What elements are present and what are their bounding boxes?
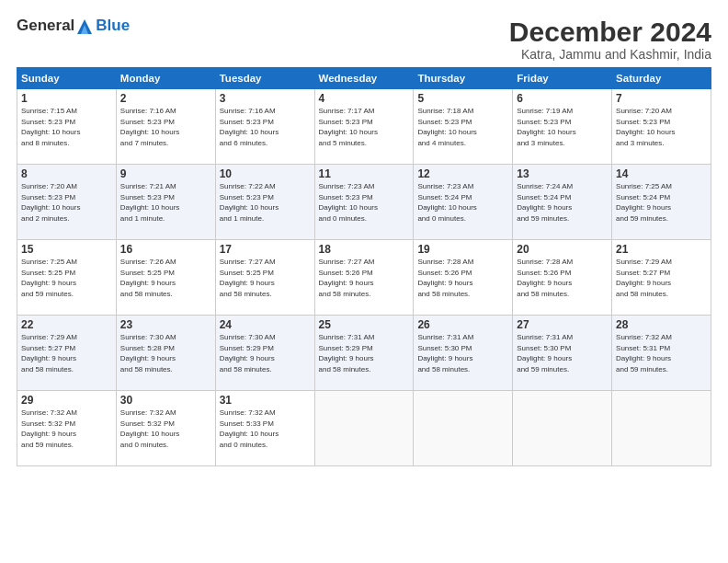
- table-row: 28Sunrise: 7:32 AMSunset: 5:31 PMDayligh…: [612, 316, 711, 391]
- table-row: 14Sunrise: 7:25 AMSunset: 5:24 PMDayligh…: [612, 165, 711, 240]
- table-row: 7Sunrise: 7:20 AMSunset: 5:23 PMDaylight…: [612, 89, 711, 165]
- table-row: 17Sunrise: 7:27 AMSunset: 5:25 PMDayligh…: [215, 240, 314, 316]
- day-number: 22: [21, 318, 112, 331]
- col-sunday: Sunday: [17, 68, 117, 89]
- table-row: 31Sunrise: 7:32 AMSunset: 5:33 PMDayligh…: [215, 391, 314, 466]
- day-number: 27: [517, 318, 608, 331]
- day-number: 24: [220, 318, 311, 331]
- day-info: Sunrise: 7:20 AMSunset: 5:23 PMDaylight:…: [616, 106, 707, 148]
- week-row-5: 29Sunrise: 7:32 AMSunset: 5:32 PMDayligh…: [17, 391, 711, 466]
- day-number: 23: [120, 318, 211, 331]
- col-tuesday: Tuesday: [215, 68, 314, 89]
- table-row: 26Sunrise: 7:31 AMSunset: 5:30 PMDayligh…: [414, 316, 513, 391]
- day-number: 18: [319, 243, 410, 256]
- week-row-3: 15Sunrise: 7:25 AMSunset: 5:25 PMDayligh…: [17, 240, 711, 316]
- day-number: 29: [21, 394, 112, 407]
- day-number: 20: [517, 243, 608, 256]
- day-info: Sunrise: 7:18 AMSunset: 5:23 PMDaylight:…: [417, 106, 508, 148]
- header: General Blue December 2024 Katra, Jammu …: [17, 17, 711, 62]
- week-row-1: 1Sunrise: 7:15 AMSunset: 5:23 PMDaylight…: [17, 89, 711, 165]
- day-info: Sunrise: 7:31 AMSunset: 5:30 PMDaylight:…: [517, 332, 608, 374]
- table-row: [513, 391, 612, 466]
- day-number: 4: [319, 92, 410, 105]
- col-thursday: Thursday: [414, 68, 513, 89]
- table-row: 8Sunrise: 7:20 AMSunset: 5:23 PMDaylight…: [17, 165, 117, 240]
- table-row: 22Sunrise: 7:29 AMSunset: 5:27 PMDayligh…: [17, 316, 117, 391]
- day-number: 10: [220, 167, 311, 180]
- table-row: 19Sunrise: 7:28 AMSunset: 5:26 PMDayligh…: [414, 240, 513, 316]
- table-row: 21Sunrise: 7:29 AMSunset: 5:27 PMDayligh…: [612, 240, 711, 316]
- logo: General Blue: [17, 17, 130, 36]
- day-info: Sunrise: 7:25 AMSunset: 5:24 PMDaylight:…: [616, 181, 707, 224]
- calendar-table: Sunday Monday Tuesday Wednesday Thursday…: [17, 67, 711, 466]
- table-row: 6Sunrise: 7:19 AMSunset: 5:23 PMDaylight…: [513, 89, 612, 165]
- table-row: 25Sunrise: 7:31 AMSunset: 5:29 PMDayligh…: [314, 316, 414, 391]
- table-row: 1Sunrise: 7:15 AMSunset: 5:23 PMDaylight…: [17, 89, 117, 165]
- table-row: 11Sunrise: 7:23 AMSunset: 5:23 PMDayligh…: [314, 165, 414, 240]
- day-info: Sunrise: 7:16 AMSunset: 5:23 PMDaylight:…: [220, 106, 311, 148]
- col-saturday: Saturday: [612, 68, 711, 89]
- header-row: Sunday Monday Tuesday Wednesday Thursday…: [17, 68, 711, 89]
- day-info: Sunrise: 7:30 AMSunset: 5:28 PMDaylight:…: [120, 332, 211, 374]
- day-number: 6: [517, 92, 608, 105]
- day-info: Sunrise: 7:23 AMSunset: 5:23 PMDaylight:…: [319, 181, 410, 224]
- day-info: Sunrise: 7:27 AMSunset: 5:26 PMDaylight:…: [319, 257, 410, 299]
- day-number: 1: [21, 92, 112, 105]
- day-number: 5: [417, 92, 508, 105]
- day-number: 21: [616, 243, 707, 256]
- day-number: 7: [616, 92, 707, 105]
- calendar-subtitle: Katra, Jammu and Kashmir, India: [509, 47, 711, 62]
- calendar-title: December 2024: [509, 17, 711, 47]
- table-row: 27Sunrise: 7:31 AMSunset: 5:30 PMDayligh…: [513, 316, 612, 391]
- day-info: Sunrise: 7:25 AMSunset: 5:25 PMDaylight:…: [21, 257, 112, 299]
- day-info: Sunrise: 7:32 AMSunset: 5:32 PMDaylight:…: [21, 408, 112, 450]
- table-row: 9Sunrise: 7:21 AMSunset: 5:23 PMDaylight…: [116, 165, 215, 240]
- day-info: Sunrise: 7:26 AMSunset: 5:25 PMDaylight:…: [120, 257, 211, 299]
- day-info: Sunrise: 7:32 AMSunset: 5:32 PMDaylight:…: [120, 408, 211, 450]
- table-row: [314, 391, 414, 466]
- day-number: 28: [616, 318, 707, 331]
- day-info: Sunrise: 7:29 AMSunset: 5:27 PMDaylight:…: [616, 257, 707, 299]
- day-info: Sunrise: 7:30 AMSunset: 5:29 PMDaylight:…: [220, 332, 311, 374]
- day-info: Sunrise: 7:29 AMSunset: 5:27 PMDaylight:…: [21, 332, 112, 374]
- table-row: 23Sunrise: 7:30 AMSunset: 5:28 PMDayligh…: [116, 316, 215, 391]
- day-number: 8: [21, 167, 112, 180]
- day-number: 2: [120, 92, 211, 105]
- day-number: 19: [417, 243, 508, 256]
- table-row: [612, 391, 711, 466]
- day-number: 30: [120, 394, 211, 407]
- day-info: Sunrise: 7:28 AMSunset: 5:26 PMDaylight:…: [417, 257, 508, 299]
- day-info: Sunrise: 7:22 AMSunset: 5:23 PMDaylight:…: [220, 181, 311, 224]
- day-info: Sunrise: 7:24 AMSunset: 5:24 PMDaylight:…: [517, 181, 608, 224]
- table-row: 3Sunrise: 7:16 AMSunset: 5:23 PMDaylight…: [215, 89, 314, 165]
- day-number: 9: [120, 167, 211, 180]
- table-row: 13Sunrise: 7:24 AMSunset: 5:24 PMDayligh…: [513, 165, 612, 240]
- day-info: Sunrise: 7:21 AMSunset: 5:23 PMDaylight:…: [120, 181, 211, 224]
- table-row: 20Sunrise: 7:28 AMSunset: 5:26 PMDayligh…: [513, 240, 612, 316]
- day-info: Sunrise: 7:32 AMSunset: 5:31 PMDaylight:…: [616, 332, 707, 374]
- day-number: 31: [220, 394, 311, 407]
- day-number: 12: [417, 167, 508, 180]
- day-number: 14: [616, 167, 707, 180]
- table-row: 10Sunrise: 7:22 AMSunset: 5:23 PMDayligh…: [215, 165, 314, 240]
- day-info: Sunrise: 7:27 AMSunset: 5:25 PMDaylight:…: [220, 257, 311, 299]
- day-info: Sunrise: 7:20 AMSunset: 5:23 PMDaylight:…: [21, 181, 112, 224]
- title-area: December 2024 Katra, Jammu and Kashmir, …: [509, 17, 711, 62]
- day-info: Sunrise: 7:19 AMSunset: 5:23 PMDaylight:…: [517, 106, 608, 148]
- table-row: [414, 391, 513, 466]
- day-info: Sunrise: 7:31 AMSunset: 5:29 PMDaylight:…: [319, 332, 410, 374]
- table-row: 15Sunrise: 7:25 AMSunset: 5:25 PMDayligh…: [17, 240, 117, 316]
- day-number: 15: [21, 243, 112, 256]
- day-info: Sunrise: 7:31 AMSunset: 5:30 PMDaylight:…: [417, 332, 508, 374]
- day-number: 13: [517, 167, 608, 180]
- day-number: 16: [120, 243, 211, 256]
- day-number: 11: [319, 167, 410, 180]
- day-info: Sunrise: 7:32 AMSunset: 5:33 PMDaylight:…: [220, 408, 311, 450]
- col-monday: Monday: [116, 68, 215, 89]
- logo-blue: Blue: [96, 17, 130, 35]
- logo-general: General: [17, 17, 74, 34]
- week-row-4: 22Sunrise: 7:29 AMSunset: 5:27 PMDayligh…: [17, 316, 711, 391]
- col-friday: Friday: [513, 68, 612, 89]
- week-row-2: 8Sunrise: 7:20 AMSunset: 5:23 PMDaylight…: [17, 165, 711, 240]
- day-number: 3: [220, 92, 311, 105]
